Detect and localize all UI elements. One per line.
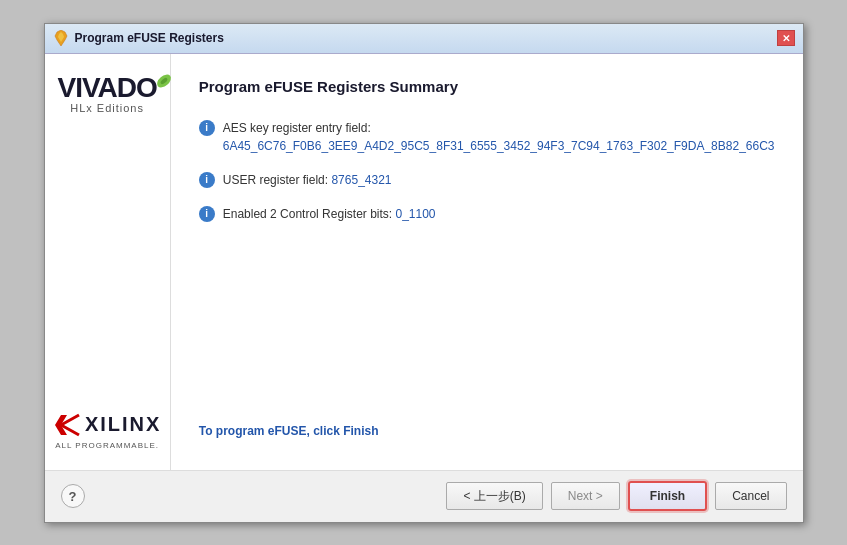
info-text-aes: AES key register entry field: 6A45_6C76_… (223, 119, 775, 155)
back-button[interactable]: < 上一步(B) (446, 482, 542, 510)
xilinx-name: XILINX (85, 413, 161, 436)
help-button[interactable]: ? (61, 484, 85, 508)
bottom-note-prefix: To program eFUSE, click (199, 424, 343, 438)
info-icon-2: i (199, 172, 215, 188)
info-icon-1: i (199, 120, 215, 136)
footer: ? < 上一步(B) Next > Finish Cancel (45, 470, 803, 522)
bottom-note-link: Finish (343, 424, 378, 438)
xilinx-icon (53, 411, 81, 439)
user-value: 8765_4321 (331, 173, 391, 187)
info-text-user: USER register field: 8765_4321 (223, 171, 392, 189)
next-button[interactable]: Next > (551, 482, 620, 510)
bottom-note: To program eFUSE, click Finish (199, 424, 775, 438)
aes-label: AES key register entry field: (223, 121, 371, 135)
page-title: Program eFUSE Registers Summary (199, 78, 775, 95)
app-icon (53, 30, 69, 46)
info-row-user: i USER register field: 8765_4321 (199, 171, 775, 189)
footer-left: ? (61, 484, 85, 508)
titlebar-left: Program eFUSE Registers (53, 30, 224, 46)
vivado-logo: VIVADO HLx Editions (57, 74, 156, 114)
control-label: Enabled 2 Control Register bits: (223, 207, 392, 221)
leaf-icon (153, 70, 175, 92)
hlx-text: HLx Editions (70, 102, 144, 114)
main-panel: Program eFUSE Registers Summary i AES ke… (171, 54, 803, 470)
titlebar: Program eFUSE Registers ✕ (45, 24, 803, 54)
window-title: Program eFUSE Registers (75, 31, 224, 45)
close-button[interactable]: ✕ (777, 30, 795, 46)
aes-value: 6A45_6C76_F0B6_3EE9_A4D2_95C5_8F31_6555_… (223, 139, 775, 153)
xilinx-sub: ALL PROGRAMMABLE. (55, 441, 159, 450)
info-row-aes: i AES key register entry field: 6A45_6C7… (199, 119, 775, 155)
info-row-control: i Enabled 2 Control Register bits: 0_110… (199, 205, 775, 223)
user-label: USER register field: (223, 173, 328, 187)
main-window: Program eFUSE Registers ✕ VIVADO HLx Edi… (44, 23, 804, 523)
info-icon-3: i (199, 206, 215, 222)
vivado-text: VIVADO (57, 72, 156, 103)
left-panel: VIVADO HLx Editions XILINX (45, 54, 171, 470)
info-text-control: Enabled 2 Control Register bits: 0_1100 (223, 205, 436, 223)
cancel-button[interactable]: Cancel (715, 482, 786, 510)
control-value: 0_1100 (396, 207, 436, 221)
xilinx-logo: XILINX ALL PROGRAMMABLE. (53, 411, 161, 450)
spacer (199, 239, 775, 424)
footer-right: < 上一步(B) Next > Finish Cancel (446, 481, 786, 511)
finish-button[interactable]: Finish (628, 481, 707, 511)
content-area: VIVADO HLx Editions XILINX (45, 54, 803, 470)
xilinx-brand: XILINX (53, 411, 161, 439)
